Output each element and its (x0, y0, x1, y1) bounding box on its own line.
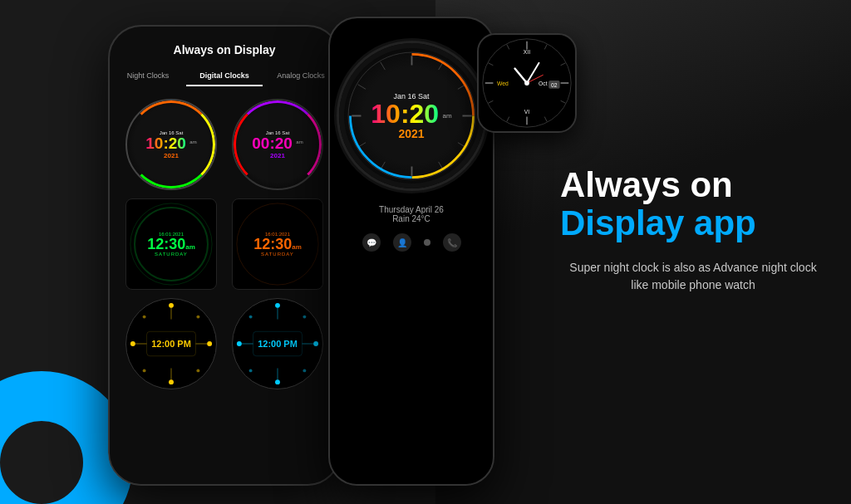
clock6-content: 12:00 PM (258, 339, 298, 349)
phone2-icon-messages: 💬 (362, 233, 381, 252)
phone2-weather-date: Thursday April 26 (379, 205, 444, 214)
svg-text:Wed: Wed (497, 81, 509, 86)
svg-point-20 (303, 316, 306, 319)
phone2-body: Jan 16 Sat 10:20 am 2021 Thursday April … (328, 17, 494, 486)
tab-digital-clocks[interactable]: Digital Clocks (186, 66, 263, 86)
phone2-ampm: am (443, 111, 452, 119)
svg-text:02: 02 (551, 82, 558, 88)
phone2-icons: 💬 👤 📞 (362, 233, 461, 252)
clock2-face: Jan 16 Sat 00:20 am 2021 (232, 99, 323, 190)
svg-point-8 (143, 369, 146, 372)
clock1-year: 2021 (145, 152, 196, 159)
phone1-title: Always on Display (118, 43, 331, 56)
svg-text:Oct: Oct (539, 81, 548, 86)
svg-line-52 (489, 63, 494, 66)
clock2-container[interactable]: Jan 16 Sat 00:20 am 2021 (229, 99, 327, 190)
svg-point-19 (249, 316, 253, 319)
svg-line-50 (507, 117, 509, 122)
clock1-time: 10:20 (145, 135, 186, 152)
watch-face: XII 3 VI Wed Oct 02 (477, 33, 577, 133)
clock1-content: Jan 16 Sat 10:20 am 2021 (145, 130, 196, 159)
phone2-clock: Jan 16 Sat 10:20 am 2021 (339, 43, 485, 188)
clock5-content: 12:00 PM (151, 339, 191, 349)
svg-text:XII: XII (524, 49, 530, 55)
clock1-container[interactable]: Jan 16 Sat 10:20 am 2021 (122, 99, 220, 190)
clock2-time: 00:20 (252, 135, 293, 152)
svg-point-1 (237, 203, 318, 285)
svg-text:VI: VI (524, 109, 530, 115)
phone2-year: 2021 (371, 127, 451, 140)
clock5-face: 12:00 PM (125, 298, 217, 389)
clock3-face: 16:01:2021 12:30am SATURDAY (125, 198, 217, 290)
clock3-container[interactable]: 16:01:2021 12:30am SATURDAY (122, 198, 220, 290)
svg-point-6 (143, 316, 146, 319)
phone2-weather: Thursday April 26 Rain 24°C (379, 205, 444, 223)
phone2-screen: Jan 16 Sat 10:20 am 2021 Thursday April … (330, 18, 493, 484)
tab-night-clocks[interactable]: Night Clocks (110, 66, 186, 86)
clock4-svg (233, 199, 322, 289)
svg-point-21 (249, 369, 253, 372)
phone2-icon-contact: 👤 (393, 233, 411, 252)
clock5-time: 12:00 PM (151, 339, 191, 349)
phone2-icon-dot (424, 239, 430, 246)
watch-svg: XII 3 VI Wed Oct 02 (479, 35, 575, 131)
svg-line-57 (515, 69, 528, 83)
right-title-line1: Always on (560, 166, 826, 204)
clock4-face: 16:01:2021 12:30am SATURDAY (232, 198, 323, 290)
svg-point-60 (524, 81, 529, 86)
clock5-container[interactable]: 12:00 PM (122, 298, 220, 389)
svg-line-39 (357, 85, 365, 90)
phone2-clock-content: Jan 16 Sat 10:20 am 2021 (371, 92, 451, 140)
watch-widget: XII 3 VI Wed Oct 02 (477, 33, 577, 133)
svg-point-7 (196, 316, 199, 319)
clock2-content: Jan 16 Sat 00:20 am 2021 (252, 130, 303, 159)
svg-line-47 (561, 63, 566, 66)
phone2-wrapper: Jan 16 Sat 10:20 am 2021 Thursday April … (328, 17, 494, 490)
svg-line-53 (507, 45, 509, 50)
svg-line-46 (544, 45, 547, 50)
svg-line-49 (544, 117, 547, 122)
svg-line-40 (380, 62, 385, 70)
phone1-screen: Always on Display Night Clocks Digital C… (110, 27, 339, 484)
right-title-line2: Display app (560, 204, 826, 242)
phone1-wrapper: Always on Display Night Clocks Digital C… (108, 25, 349, 490)
phone1-body: Always on Display Night Clocks Digital C… (108, 25, 341, 486)
tabs-container: Night Clocks Digital Clocks Analog Clock… (110, 66, 339, 86)
clock6-face: 12:00 PM (232, 298, 323, 389)
clock3-svg (126, 199, 216, 289)
clock-grid: Jan 16 Sat 10:20 am 2021 (118, 99, 331, 389)
svg-point-0 (130, 203, 212, 285)
clock6-time: 12:00 PM (258, 339, 298, 349)
svg-line-48 (561, 100, 566, 103)
clock1-face: Jan 16 Sat 10:20 am 2021 (125, 99, 217, 190)
clock2-year: 2021 (252, 152, 303, 159)
phone2-time: 10:20 (371, 99, 439, 129)
svg-point-9 (196, 369, 199, 372)
svg-line-51 (489, 100, 494, 103)
clock1-ampm: am (189, 139, 196, 144)
right-content: Always on Display app Super night clock … (560, 166, 826, 294)
right-description: Super night clock is also as Advance nig… (560, 259, 826, 294)
phone2-icon-phone: 📞 (443, 233, 461, 252)
phone2-rain: Rain 24°C (379, 214, 444, 223)
clock2-ampm: am (296, 139, 303, 144)
clock4-container[interactable]: 16:01:2021 12:30am SATURDAY (229, 198, 327, 290)
svg-point-22 (303, 369, 306, 372)
clock6-container[interactable]: 12:00 PM (229, 298, 327, 389)
